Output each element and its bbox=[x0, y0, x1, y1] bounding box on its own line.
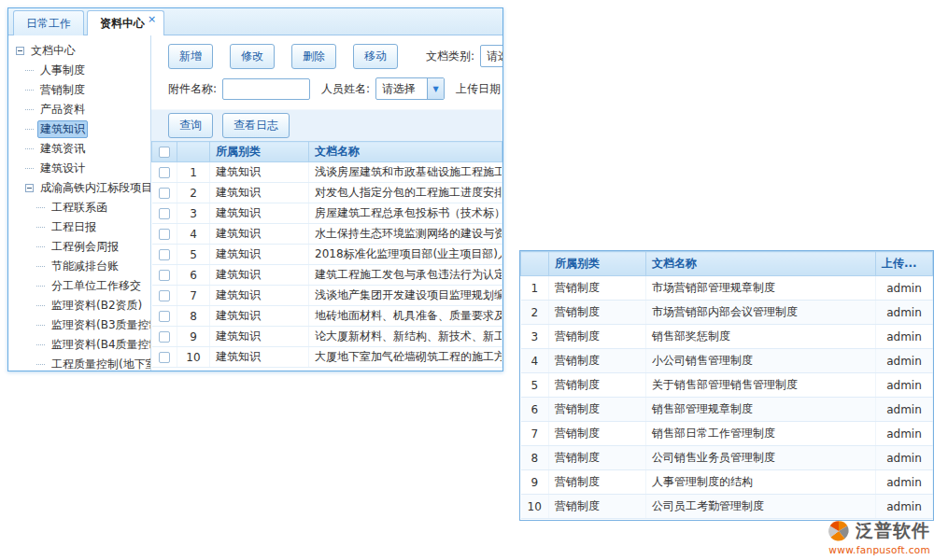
tree-item-label: 工程例会周报 bbox=[49, 238, 121, 256]
row-doc-name[interactable]: 对发包人指定分包的工程施工进度安排... bbox=[309, 183, 502, 203]
row-doc-name[interactable]: 公司销售业务员管理制度 bbox=[646, 446, 876, 470]
row-number: 6 bbox=[521, 398, 549, 422]
tree-item-1[interactable]: 人事制度 bbox=[14, 61, 150, 80]
row-doc-name[interactable]: 论大厦新材料、新结构、新技术、新工... bbox=[309, 327, 502, 347]
row-doc-name[interactable]: 小公司销售管理制度 bbox=[646, 349, 876, 373]
table-row[interactable]: 10建筑知识大厦地下室加气砼墙砌筑工程的施工方... bbox=[152, 347, 502, 368]
tree-item-3[interactable]: 产品资料 bbox=[14, 100, 150, 119]
row-doc-name[interactable]: 2018标准化监理项目部(业主项目部)人员... bbox=[309, 245, 502, 265]
marketing-table-body: 1营销制度市场营销部管理规章制度admin2营销制度市场营销部内部会议管理制度a… bbox=[521, 276, 933, 519]
row-doc-name[interactable]: 浅谈房屋建筑和市政基础设施工程施工... bbox=[309, 162, 502, 183]
close-icon[interactable]: × bbox=[148, 13, 156, 25]
action-buttons: 新增修改删除移动 bbox=[168, 44, 415, 69]
row-checkbox[interactable] bbox=[159, 249, 170, 260]
row-checkbox[interactable] bbox=[159, 290, 170, 301]
tree-item-9[interactable]: 工程日报 bbox=[14, 217, 150, 237]
marketing-docs-table: 所属别类 文档名称 上传... 1营销制度市场营销部管理规章制度admin2营销… bbox=[520, 251, 933, 519]
tab-data-center[interactable]: 资料中心× bbox=[87, 10, 164, 35]
row-doc-name[interactable]: 销售部管理规章制度 bbox=[646, 398, 876, 422]
row-doc-name[interactable]: 建筑工程施工发包与承包违法行为认定... bbox=[309, 265, 502, 286]
row-checkbox[interactable] bbox=[159, 208, 170, 219]
tree-connector bbox=[25, 129, 34, 130]
table-row[interactable]: 2建筑知识对发包人指定分包的工程施工进度安排... bbox=[152, 183, 502, 203]
row-category: 建筑知识 bbox=[210, 224, 309, 245]
tree-item-16[interactable]: 工程质量控制(地下室) bbox=[14, 355, 150, 371]
table-row[interactable]: 1营销制度市场营销部管理规章制度admin bbox=[521, 276, 933, 301]
row-checkbox[interactable] bbox=[159, 229, 170, 240]
row-checkbox[interactable] bbox=[159, 188, 170, 199]
tree-item-10[interactable]: 工程例会周报 bbox=[14, 237, 150, 257]
doc-category-select[interactable]: 请选择 ▼ bbox=[480, 45, 503, 67]
tree-item-15[interactable]: 监理资料(B4质量控制) bbox=[14, 335, 150, 355]
tree-item-label: 分工单位工作移交 bbox=[49, 277, 144, 295]
tree-item-6[interactable]: 建筑设计 bbox=[14, 159, 150, 178]
row-doc-name[interactable]: 销售部奖惩制度 bbox=[646, 325, 876, 349]
table-row[interactable]: 4建筑知识水土保持生态环境监测网络的建设与资... bbox=[152, 224, 502, 245]
collapse-icon[interactable] bbox=[16, 47, 24, 55]
table-row[interactable]: 8营销制度公司销售业务员管理制度admin bbox=[521, 446, 933, 470]
table-row[interactable]: 8建筑知识地砖地面材料、机具准备、质量要求及... bbox=[152, 306, 502, 327]
row-doc-name[interactable]: 地砖地面材料、机具准备、质量要求及... bbox=[309, 306, 502, 327]
tree-item-8[interactable]: 工程联系函 bbox=[14, 198, 150, 217]
row-category: 营销制度 bbox=[549, 301, 646, 325]
move-button[interactable]: 移动 bbox=[353, 44, 398, 69]
table-row[interactable]: 6营销制度销售部管理规章制度admin bbox=[521, 398, 933, 422]
tree-item-2[interactable]: 营销制度 bbox=[14, 80, 150, 100]
table-row[interactable]: 7营销制度销售部日常工作管理制度admin bbox=[521, 422, 933, 446]
table-row[interactable]: 10营销制度公司员工考勤管理制度admin bbox=[521, 495, 933, 519]
row-checkbox[interactable] bbox=[159, 270, 170, 281]
row-number: 10 bbox=[521, 495, 549, 519]
row-select-cell bbox=[152, 286, 177, 306]
tree-item-5[interactable]: 建筑资讯 bbox=[14, 139, 150, 159]
attachment-name-input[interactable] bbox=[222, 78, 310, 100]
row-category: 营销制度 bbox=[549, 276, 646, 301]
row-category: 建筑知识 bbox=[210, 245, 309, 265]
row-checkbox[interactable] bbox=[159, 331, 170, 343]
collapse-icon[interactable] bbox=[25, 184, 34, 192]
table-row[interactable]: 3建筑知识房屋建筑工程总承包投标书（技术标）... bbox=[152, 203, 502, 224]
tree-item-7[interactable]: 成渝高铁内江标段项目 bbox=[14, 178, 150, 198]
category-header: 所属别类 bbox=[549, 252, 646, 276]
tree-item-0[interactable]: 文档中心 bbox=[14, 41, 150, 61]
row-doc-name[interactable]: 水土保持生态环境监测网络的建设与资... bbox=[309, 224, 502, 245]
table-row[interactable]: 9建筑知识论大厦新材料、新结构、新技术、新工... bbox=[152, 327, 502, 347]
table-row[interactable]: 5建筑知识2018标准化监理项目部(业主项目部)人员... bbox=[152, 245, 502, 265]
table-row[interactable]: 3营销制度销售部奖惩制度admin bbox=[521, 325, 933, 349]
select-all-checkbox[interactable] bbox=[159, 147, 170, 158]
modify-button[interactable]: 修改 bbox=[230, 44, 275, 69]
row-doc-name[interactable]: 销售部日常工作管理制度 bbox=[646, 422, 876, 446]
row-doc-name[interactable]: 房屋建筑工程总承包投标书（技术标）... bbox=[309, 203, 502, 224]
table-row[interactable]: 9营销制度人事管理制度的结构admin bbox=[521, 470, 933, 495]
person-name-select[interactable]: 请选择 ▼ bbox=[375, 77, 445, 100]
row-doc-name[interactable]: 大厦地下室加气砼墙砌筑工程的施工方... bbox=[309, 347, 502, 368]
row-doc-name[interactable]: 关于销售部管理销售管理制度 bbox=[646, 373, 876, 398]
tree-item-label: 文档中心 bbox=[28, 42, 78, 60]
tree-item-label: 工程联系函 bbox=[49, 199, 110, 217]
row-doc-name[interactable]: 公司员工考勤管理制度 bbox=[646, 495, 876, 519]
row-doc-name[interactable]: 浅谈地产集团开发建设项目监理规划编... bbox=[309, 286, 502, 306]
table-row[interactable]: 7建筑知识浅谈地产集团开发建设项目监理规划编... bbox=[152, 286, 502, 306]
new-button[interactable]: 新增 bbox=[168, 44, 213, 69]
row-category: 建筑知识 bbox=[210, 203, 309, 224]
view-log-button[interactable]: 查看日志 bbox=[222, 113, 290, 138]
table-row[interactable]: 1建筑知识浅谈房屋建筑和市政基础设施工程施工... bbox=[152, 162, 502, 183]
row-checkbox[interactable] bbox=[159, 311, 170, 322]
tree-item-12[interactable]: 分工单位工作移交 bbox=[14, 276, 150, 296]
row-checkbox[interactable] bbox=[159, 167, 170, 178]
table-row[interactable]: 2营销制度市场营销部内部会议管理制度admin bbox=[521, 301, 933, 325]
tree-item-14[interactable]: 监理资料(B3质量控制) bbox=[14, 315, 150, 335]
row-doc-name[interactable]: 市场营销部管理规章制度 bbox=[646, 276, 876, 301]
row-checkbox[interactable] bbox=[159, 352, 170, 363]
row-doc-name[interactable]: 市场营销部内部会议管理制度 bbox=[646, 301, 876, 325]
table-row[interactable]: 6建筑知识建筑工程施工发包与承包违法行为认定... bbox=[152, 265, 502, 286]
table-row[interactable]: 4营销制度小公司销售管理制度admin bbox=[521, 349, 933, 373]
row-category: 营销制度 bbox=[549, 446, 646, 470]
row-doc-name[interactable]: 人事管理制度的结构 bbox=[646, 470, 876, 495]
tree-item-11[interactable]: 节能减排台账 bbox=[14, 257, 150, 276]
tab-daily-work[interactable]: 日常工作 bbox=[13, 10, 84, 35]
table-row[interactable]: 5营销制度关于销售部管理销售管理制度admin bbox=[521, 373, 933, 398]
tree-item-4[interactable]: 建筑知识 bbox=[14, 119, 150, 139]
delete-button[interactable]: 删除 bbox=[291, 44, 336, 69]
query-button[interactable]: 查询 bbox=[168, 113, 213, 138]
tree-item-13[interactable]: 监理资料(B2资质) bbox=[14, 296, 150, 315]
